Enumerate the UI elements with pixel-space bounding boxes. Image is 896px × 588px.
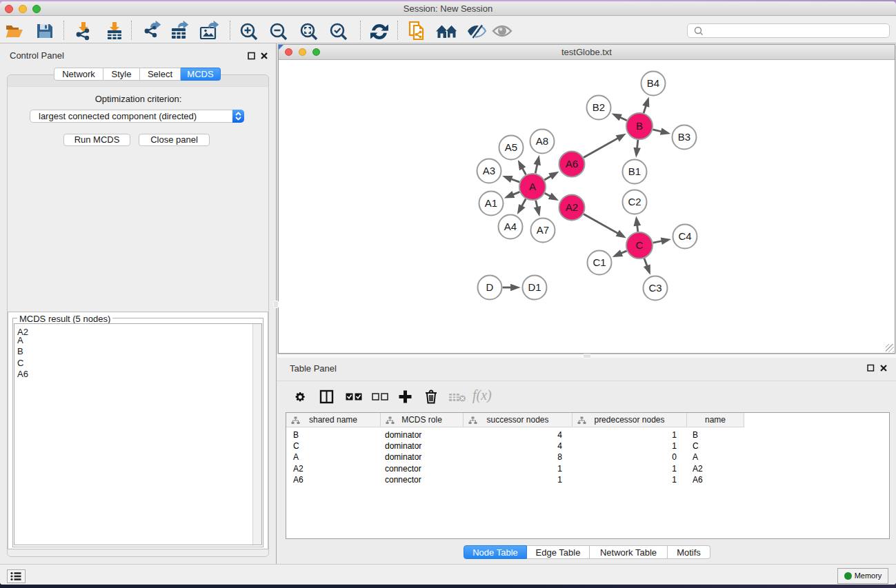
svg-text:C4: C4 bbox=[678, 230, 691, 242]
svg-text:C1: C1 bbox=[593, 256, 606, 268]
svg-text:A7: A7 bbox=[537, 224, 549, 236]
svg-text:A3: A3 bbox=[483, 165, 495, 176]
svg-text:A2: A2 bbox=[566, 201, 578, 213]
svg-text:B2: B2 bbox=[593, 101, 605, 113]
svg-text:B: B bbox=[636, 120, 643, 132]
svg-text:C2: C2 bbox=[628, 196, 641, 207]
svg-text:A8: A8 bbox=[536, 135, 548, 147]
svg-text:A: A bbox=[529, 181, 536, 192]
svg-text:D: D bbox=[486, 281, 494, 293]
svg-text:B4: B4 bbox=[647, 77, 659, 89]
svg-text:A6: A6 bbox=[566, 158, 578, 170]
svg-text:D1: D1 bbox=[528, 281, 541, 293]
svg-text:C3: C3 bbox=[648, 282, 661, 294]
svg-text:A1: A1 bbox=[485, 197, 497, 209]
svg-text:A5: A5 bbox=[505, 141, 517, 153]
svg-text:A4: A4 bbox=[504, 221, 517, 232]
svg-text:B1: B1 bbox=[628, 165, 641, 177]
svg-text:B3: B3 bbox=[678, 131, 690, 143]
svg-text:C: C bbox=[636, 239, 644, 251]
